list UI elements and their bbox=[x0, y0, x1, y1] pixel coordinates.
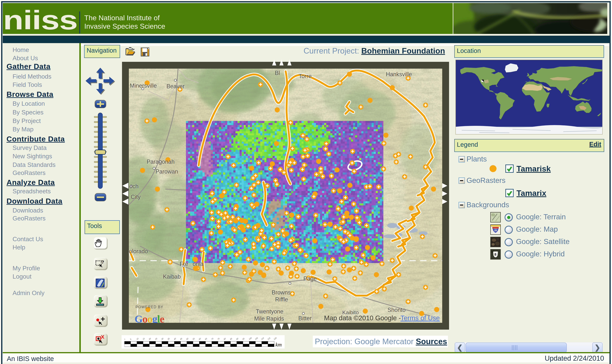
svg-text:75: 75 bbox=[217, 337, 220, 340]
svg-text:km: km bbox=[276, 342, 281, 348]
svg-text:onia: onia bbox=[193, 261, 204, 267]
svg-text:15: 15 bbox=[142, 337, 145, 340]
svg-text:Torre: Torre bbox=[299, 73, 312, 79]
svg-text:45: 45 bbox=[180, 337, 183, 340]
svg-text:70: 70 bbox=[211, 337, 214, 340]
svg-text:Parowan: Parowan bbox=[155, 168, 178, 175]
svg-text:X: X bbox=[101, 335, 104, 340]
svg-text:105: 105 bbox=[254, 337, 258, 340]
svg-text:55: 55 bbox=[192, 337, 195, 340]
svg-text:20: 20 bbox=[148, 337, 151, 340]
svg-text:0: 0 bbox=[125, 338, 125, 340]
svg-text:25: 25 bbox=[154, 337, 158, 340]
svg-text:City: City bbox=[131, 194, 140, 200]
svg-text:Browns: Browns bbox=[272, 289, 291, 296]
svg-text:Hanksville: Hanksville bbox=[386, 71, 412, 78]
svg-text:85: 85 bbox=[230, 337, 233, 340]
svg-text:Bitter: Bitter bbox=[298, 315, 312, 322]
svg-text:Kaibab: Kaibab bbox=[163, 273, 181, 280]
svg-text:POWERED BY: POWERED BY bbox=[136, 305, 163, 309]
svg-text:?: ? bbox=[101, 260, 104, 265]
svg-text:Riffle: Riffle bbox=[275, 296, 288, 303]
svg-text:olorado: olorado bbox=[129, 248, 148, 255]
svg-text:60: 60 bbox=[198, 337, 201, 340]
svg-text:80: 80 bbox=[223, 337, 226, 340]
svg-text:10: 10 bbox=[136, 337, 139, 340]
svg-text:Terms of Use: Terms of Use bbox=[401, 314, 440, 322]
svg-text:90: 90 bbox=[236, 337, 239, 340]
svg-text:Minersville: Minersville bbox=[130, 82, 157, 89]
svg-text:40: 40 bbox=[173, 337, 176, 340]
svg-text:Page: Page bbox=[303, 275, 317, 282]
svg-text:110: 110 bbox=[261, 337, 264, 340]
svg-text:50: 50 bbox=[186, 337, 189, 340]
svg-text:115: 115 bbox=[267, 337, 271, 340]
svg-text:Paragonah: Paragonah bbox=[147, 158, 175, 165]
svg-text:Mile Rapids: Mile Rapids bbox=[254, 315, 284, 322]
svg-text:100: 100 bbox=[248, 337, 252, 340]
svg-text:5: 5 bbox=[130, 338, 132, 340]
svg-text:30: 30 bbox=[161, 337, 164, 340]
svg-text:Google: Google bbox=[135, 313, 164, 323]
svg-text:Shonto: Shonto bbox=[388, 307, 405, 313]
svg-text:Bl: Bl bbox=[275, 70, 280, 76]
svg-text:Fre: Fre bbox=[180, 261, 188, 267]
svg-text:95: 95 bbox=[242, 337, 245, 340]
svg-text:8: 8 bbox=[494, 252, 496, 256]
svg-text:och: och bbox=[129, 183, 139, 190]
svg-text:Beaver: Beaver bbox=[167, 83, 184, 90]
svg-text:120: 120 bbox=[273, 337, 277, 340]
svg-text:Map data ©2010 Google -: Map data ©2010 Google - bbox=[324, 314, 401, 322]
svg-text:65: 65 bbox=[205, 337, 208, 340]
svg-text:Twentyone: Twentyone bbox=[256, 308, 283, 315]
svg-text:25: 25 bbox=[494, 229, 497, 232]
svg-text:35: 35 bbox=[167, 337, 170, 340]
